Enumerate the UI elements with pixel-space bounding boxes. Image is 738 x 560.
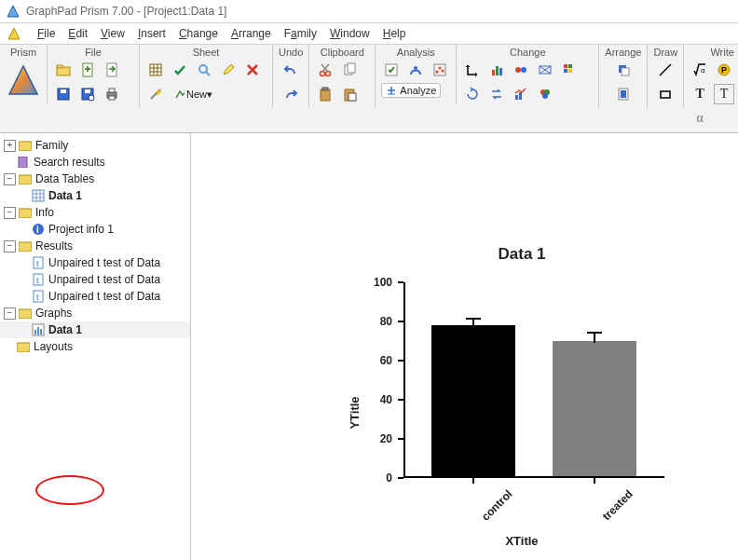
analysis-simulate-icon[interactable] xyxy=(430,60,450,80)
draw-line-icon[interactable] xyxy=(655,60,676,80)
chart-title[interactable]: Data 1 xyxy=(349,245,694,264)
file-print-icon[interactable] xyxy=(102,84,122,104)
menu-file[interactable]: FFileile xyxy=(37,27,55,40)
tb-label-file: File xyxy=(53,45,133,60)
file-open-icon[interactable] xyxy=(53,60,74,80)
tree-result-1[interactable]: tUnpaired t test of Data xyxy=(0,254,190,271)
sheet-highlight-icon[interactable] xyxy=(218,60,239,80)
body: +Family Search results −Data Tables Data… xyxy=(0,133,738,560)
tb-group-change: Change xyxy=(457,45,599,108)
svg-rect-9 xyxy=(82,89,93,100)
menu-prism-icon[interactable] xyxy=(7,27,20,40)
change-scheme-icon[interactable] xyxy=(559,60,580,80)
write-text-icon[interactable]: T xyxy=(690,84,710,104)
tree-graphs[interactable]: −Graphs xyxy=(0,305,190,321)
analyze-button[interactable]: Analyze xyxy=(381,83,441,98)
y-tick xyxy=(398,360,403,362)
tree-result-2[interactable]: tUnpaired t test of Data xyxy=(0,271,190,288)
change-color-icon[interactable] xyxy=(535,84,555,104)
write-sqrt-icon[interactable]: α xyxy=(690,60,710,80)
x-tick xyxy=(594,478,595,484)
sheet-new-button[interactable]: New▾ xyxy=(170,84,216,104)
tree-results[interactable]: −Results xyxy=(0,238,190,254)
new-label: New xyxy=(186,89,207,100)
copy-icon[interactable] xyxy=(339,60,360,80)
tree-data1[interactable]: Data 1 xyxy=(0,187,190,204)
tb-group-sheet: Sheet New▾ xyxy=(140,45,273,108)
tb-group-undo: Undo xyxy=(273,45,309,108)
menu-window[interactable]: Window xyxy=(330,27,370,40)
tree-data-tables[interactable]: −Data Tables xyxy=(0,171,190,187)
cut-icon[interactable] xyxy=(315,60,335,80)
analyze-label: Analyze xyxy=(400,85,436,96)
menu-family[interactable]: Family xyxy=(284,27,317,40)
svg-point-28 xyxy=(436,71,439,74)
menu-arrange[interactable]: Arrange xyxy=(231,27,271,40)
write-alpha-icon[interactable]: α xyxy=(690,108,710,129)
sheet-table-icon[interactable] xyxy=(145,60,166,80)
analysis-params-icon[interactable] xyxy=(405,60,426,80)
undo-icon[interactable] xyxy=(280,60,301,80)
sheet-search-icon[interactable] xyxy=(194,60,214,80)
change-type-icon[interactable] xyxy=(511,84,531,104)
x-tick-label[interactable]: treated xyxy=(600,487,636,523)
tree-info[interactable]: −Info xyxy=(0,204,190,221)
y-axis-label[interactable]: YTitle xyxy=(348,396,362,429)
change-axes-icon[interactable] xyxy=(462,60,483,80)
menu-edit[interactable]: Edit xyxy=(68,27,88,40)
navigator-panel: +Family Search results −Data Tables Data… xyxy=(0,133,191,560)
change-bars-icon[interactable] xyxy=(486,60,507,80)
sheet-check-icon[interactable] xyxy=(170,60,190,80)
menu-help[interactable]: Help xyxy=(383,27,406,40)
paste-special-icon[interactable] xyxy=(339,84,360,104)
arrange-front-icon[interactable] xyxy=(613,60,634,80)
redo-icon[interactable] xyxy=(280,84,301,104)
tree-search[interactable]: Search results xyxy=(0,154,190,171)
file-save-icon[interactable] xyxy=(53,84,74,104)
write-textbox-icon[interactable]: T xyxy=(714,84,734,104)
menu-view[interactable]: View xyxy=(101,27,125,40)
tree-projinfo[interactable]: iProject info 1 xyxy=(0,221,190,238)
change-reverse-icon[interactable] xyxy=(486,84,507,104)
tree-result-3[interactable]: tUnpaired t test of Data xyxy=(0,288,190,305)
svg-rect-25 xyxy=(386,64,397,75)
sheet-wand-icon[interactable] xyxy=(145,84,166,104)
tree-graph-data1[interactable]: Data 1 xyxy=(0,321,190,338)
file-export-icon[interactable] xyxy=(102,60,122,80)
change-size-icon[interactable] xyxy=(535,60,555,80)
svg-rect-42 xyxy=(519,92,522,100)
svg-rect-10 xyxy=(85,89,90,93)
tb-group-file: File xyxy=(48,45,140,108)
tb-group-arrange: Arrange xyxy=(599,45,648,108)
prism-logo-icon[interactable] xyxy=(6,62,41,98)
arrange-align-icon[interactable] xyxy=(613,84,634,104)
write-pval-icon[interactable]: P xyxy=(714,60,734,80)
draw-rect-icon[interactable] xyxy=(655,84,676,104)
analysis-redo-icon[interactable] xyxy=(381,60,402,80)
change-rotate-icon[interactable] xyxy=(462,84,483,104)
svg-point-45 xyxy=(542,93,548,99)
svg-rect-54 xyxy=(19,142,32,151)
svg-point-44 xyxy=(544,89,550,95)
menu-change[interactable]: Change xyxy=(179,27,218,40)
bar-control[interactable] xyxy=(431,325,515,476)
paste-icon[interactable] xyxy=(315,84,335,104)
svg-rect-41 xyxy=(515,95,518,100)
x-axis-label[interactable]: XTitle xyxy=(349,534,694,560)
svg-rect-3 xyxy=(57,67,70,75)
graph-canvas[interactable]: Data 1 YTitle 020406080100controltreated… xyxy=(191,133,738,560)
svg-rect-38 xyxy=(568,64,572,68)
file-new-icon[interactable] xyxy=(77,60,98,80)
tree-family[interactable]: +Family xyxy=(0,137,190,154)
title-bar: GraphPad Prism 7.00 - [Project1:Data 1] xyxy=(0,0,738,23)
tb-label-arrange: Arrange xyxy=(605,45,641,60)
bar-treated[interactable] xyxy=(553,341,636,476)
menu-insert[interactable]: Insert xyxy=(138,27,166,40)
x-tick-label[interactable]: control xyxy=(479,487,515,524)
y-tick-label: 100 xyxy=(374,276,392,289)
window-title: GraphPad Prism 7.00 - [Project1:Data 1] xyxy=(26,5,226,18)
sheet-delete-icon[interactable] xyxy=(242,60,263,80)
file-saveas-icon[interactable] xyxy=(77,84,98,104)
tree-layouts[interactable]: Layouts xyxy=(0,338,190,355)
change-format-icon[interactable] xyxy=(511,60,531,80)
